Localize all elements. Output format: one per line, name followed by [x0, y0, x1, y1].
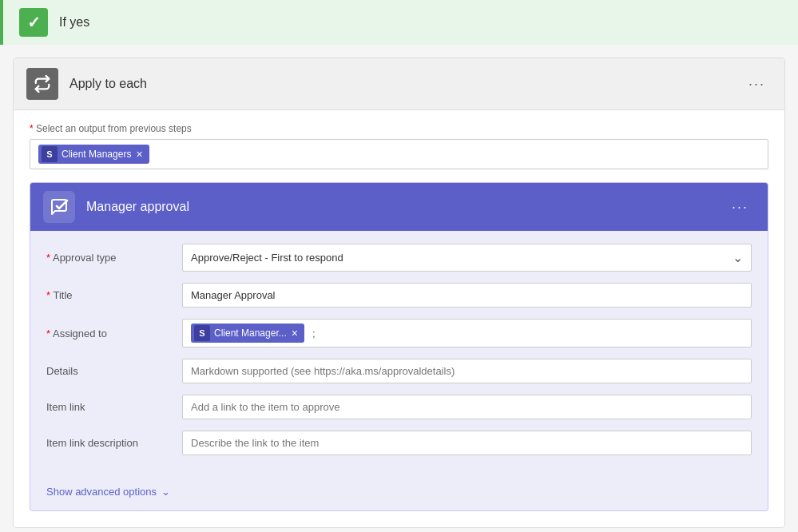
approval-type-dropdown[interactable]: Approve/Reject - First to respond ⌄	[182, 244, 752, 272]
details-row: Details	[46, 359, 752, 383]
details-input[interactable]	[182, 359, 752, 383]
approval-form: * Approval type Approve/Reject - First t…	[30, 231, 768, 479]
assigned-separator: ;	[312, 328, 316, 339]
approval-type-value: Approve/Reject - First to respond	[191, 252, 732, 264]
approval-type-label: * Approval type	[46, 252, 182, 264]
select-output-label: * Select an output from previous steps	[30, 123, 768, 134]
page-container: ✓ If yes Apply to each ··· * Select an o…	[0, 0, 798, 532]
chevron-down-icon: ⌄	[161, 486, 170, 498]
title-input[interactable]	[182, 283, 752, 308]
assigned-tag-remove-button[interactable]: ×	[292, 327, 298, 339]
item-link-description-input[interactable]	[182, 431, 752, 455]
apply-to-each-header: Apply to each ···	[14, 58, 784, 110]
apply-to-each-more-options-button[interactable]: ···	[742, 73, 772, 96]
assigned-to-input[interactable]: S Client Manager... × ;	[182, 319, 752, 347]
tag-icon: S	[42, 146, 58, 162]
item-link-label: Item link	[46, 401, 182, 413]
client-managers-tag: S Client Managers ×	[38, 145, 149, 164]
show-advanced-options-button[interactable]: Show advanced options ⌄	[46, 486, 170, 498]
apply-to-each-container: Apply to each ··· * Select an output fro…	[13, 58, 785, 528]
if-yes-title: If yes	[59, 15, 89, 30]
assigned-to-tag: S Client Manager... ×	[191, 324, 304, 343]
check-icon: ✓	[19, 8, 48, 37]
manager-approval-header: Manager approval ···	[30, 183, 768, 231]
select-output-text: Select an output from previous steps	[36, 123, 192, 134]
chevron-down-icon: ⌄	[732, 250, 743, 265]
select-output-area: * Select an output from previous steps S…	[14, 110, 784, 182]
select-output-input[interactable]: S Client Managers ×	[30, 139, 768, 169]
item-link-description-row: Item link description	[46, 431, 752, 455]
approval-icon-wrap	[43, 191, 75, 223]
approval-type-row: * Approval type Approve/Reject - First t…	[46, 244, 752, 272]
assigned-tag-label: Client Manager...	[214, 328, 287, 339]
assigned-tag-icon: S	[194, 325, 210, 341]
manager-approval-more-options-button[interactable]: ···	[725, 196, 755, 219]
manager-approval-title: Manager approval	[86, 200, 725, 214]
show-advanced-section: Show advanced options ⌄	[30, 479, 768, 510]
if-yes-header: ✓ If yes	[0, 0, 798, 45]
show-advanced-label: Show advanced options	[46, 486, 157, 498]
details-label: Details	[46, 365, 182, 377]
apply-to-each-icon	[26, 68, 58, 100]
title-label: * Title	[46, 289, 182, 301]
tag-label: Client Managers	[62, 149, 131, 160]
manager-approval-box: Manager approval ··· * Approval type App…	[30, 182, 768, 511]
item-link-input[interactable]	[182, 395, 752, 419]
apply-to-each-title: Apply to each	[69, 77, 742, 91]
assigned-to-label: * Assigned to	[46, 328, 182, 339]
assigned-to-row: * Assigned to S Client Manager... × ;	[46, 319, 752, 347]
required-marker: *	[30, 123, 34, 134]
item-link-row: Item link	[46, 395, 752, 419]
title-row: * Title	[46, 283, 752, 308]
item-link-description-label: Item link description	[46, 437, 182, 449]
tag-remove-button[interactable]: ×	[136, 148, 142, 161]
